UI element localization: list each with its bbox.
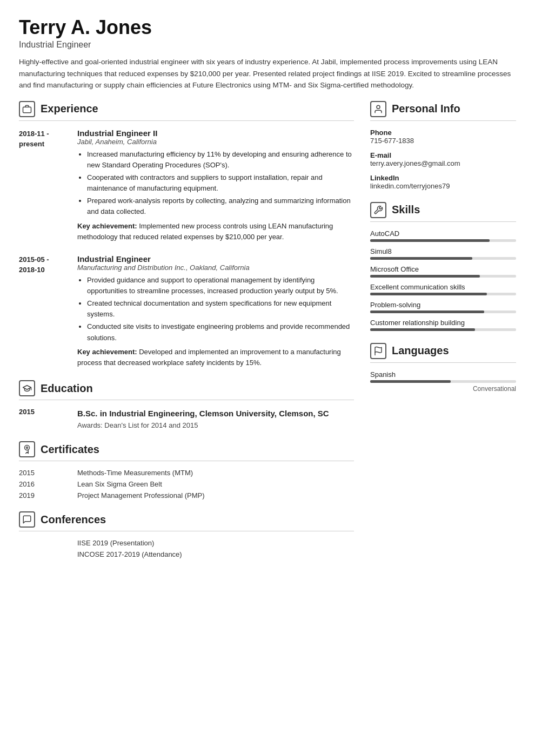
exp-title-1: Industrial Engineer II [77,129,354,138]
skills-title: Skills [392,204,420,216]
conf-row-1: IISE 2019 (Presentation) [19,539,354,547]
svg-rect-0 [23,107,31,113]
skill-name-4: Problem-solving [370,301,516,309]
personal-info-icon [370,101,386,117]
cert-row-2: 2016 Lean Six Sigma Green Belt [19,480,354,488]
conf-row-2: INCOSE 2017-2019 (Attendance) [19,550,354,558]
skill-name-5: Customer relationship building [370,319,516,327]
skills-container: AutoCAD Simul8 Microsoft Office Excellen… [370,230,516,331]
exp-bullets-2: Provided guidance and support to operati… [87,275,354,343]
exp-bullets-1: Increased manufacturing efficiency by 11… [87,149,354,218]
skill-item-2: Microsoft Office [370,265,516,278]
languages-icon [370,343,386,359]
edu-content-1: B.Sc. in Industrial Engineering, Clemson… [77,408,329,429]
skill-bar-fill-1 [370,257,472,260]
resume-header: Terry A. Jones Industrial Engineer Highl… [19,16,516,91]
right-column: Personal Info Phone 715-677-1838 E-mail … [370,101,516,570]
cert-row-1: 2015 Methods-Time Measurements (MTM) [19,469,354,477]
linkedin-label: LinkedIn [370,174,516,182]
conf-indent-2 [19,550,68,558]
experience-icon [19,101,35,117]
phone-value: 715-677-1838 [370,137,516,145]
skill-bar-fill-5 [370,328,475,331]
personal-email: E-mail terry.avery.jones@gmail.com [370,151,516,167]
skill-name-1: Simul8 [370,247,516,255]
exp-bullet-2-1: Provided guidance and support to operati… [87,275,354,296]
exp-company-1: Jabil, Anaheim, California [77,138,354,146]
svg-point-1 [25,446,30,450]
email-label: E-mail [370,151,516,159]
personal-phone: Phone 715-677-1838 [370,129,516,145]
lang-level-0: Conversational [370,385,516,393]
email-value: terry.avery.jones@gmail.com [370,159,516,167]
certificates-section: Certificates 2015 Methods-Time Measureme… [19,441,354,500]
languages-header: Languages [370,343,516,363]
lang-name-0: Spanish [370,370,516,379]
exp-achievement-1: Key achievement: Implemented new process… [77,221,354,242]
experience-section: Experience 2018-11 - present Industrial … [19,101,354,368]
phone-label: Phone [370,129,516,137]
exp-row-2: 2015-05 - 2018-10 Industrial Engineer Ma… [19,254,354,368]
education-icon [19,380,35,396]
edu-awards-1: Awards: Dean's List for 2014 and 2015 [77,421,329,429]
exp-bullet-1-3: Prepared work-analysis reports by collec… [87,195,354,217]
edu-date-1: 2015 [19,408,68,429]
personal-linkedin: LinkedIn linkedin.com/terryjones79 [370,174,516,190]
skill-bar-bg-4 [370,310,516,313]
conferences-header: Conferences [19,511,354,531]
conf-name-2: INCOSE 2017-2019 (Attendance) [77,550,182,558]
skill-item-3: Excellent communication skills [370,283,516,295]
experience-title: Experience [41,103,98,115]
cert-name-2: Lean Six Sigma Green Belt [77,480,162,488]
lang-item-0: Spanish Conversational [370,370,516,393]
skills-header: Skills [370,202,516,222]
candidate-title: Industrial Engineer [19,40,516,50]
skill-item-0: AutoCAD [370,230,516,242]
languages-container: Spanish Conversational [370,370,516,393]
exp-content-1: Industrial Engineer II Jabil, Anaheim, C… [77,129,354,242]
languages-title: Languages [392,345,449,357]
conferences-icon [19,511,35,528]
exp-date-2: 2015-05 - 2018-10 [19,254,68,368]
candidate-name: Terry A. Jones [19,16,516,39]
education-header: Education [19,380,354,400]
exp-date-1: 2018-11 - present [19,129,68,242]
lang-bar-fill-0 [370,380,451,383]
education-section: Education 2015 B.Sc. in Industrial Engin… [19,380,354,429]
cert-name-1: Methods-Time Measurements (MTM) [77,469,193,477]
exp-bullet-2-3: Conducted site visits to investigate eng… [87,321,354,343]
svg-point-3 [377,105,380,109]
exp-bullet-1-1: Increased manufacturing efficiency by 11… [87,149,354,171]
experience-header: Experience [19,101,354,121]
cert-name-3: Project Management Professional (PMP) [77,491,205,500]
exp-content-2: Industrial Engineer Manufacturing and Di… [77,254,354,368]
languages-section: Languages Spanish Conversational [370,343,516,393]
skill-bar-bg-2 [370,275,516,278]
exp-row-1: 2018-11 - present Industrial Engineer II… [19,129,354,242]
personal-info-title: Personal Info [392,103,460,115]
exp-bullet-1-2: Cooperated with contractors and supplier… [87,172,354,194]
left-column: Experience 2018-11 - present Industrial … [19,101,354,570]
conferences-title: Conferences [41,514,106,526]
skill-name-0: AutoCAD [370,230,516,238]
skill-item-4: Problem-solving [370,301,516,313]
cert-year-1: 2015 [19,469,68,477]
cert-row-3: 2019 Project Management Professional (PM… [19,491,354,500]
linkedin-value: linkedin.com/terryjones79 [370,182,516,190]
skill-item-5: Customer relationship building [370,319,516,331]
edu-degree-1: B.Sc. in Industrial Engineering, Clemson… [77,408,329,419]
lang-bar-bg-0 [370,380,516,383]
skill-bar-fill-2 [370,275,480,278]
edu-row-1: 2015 B.Sc. in Industrial Engineering, Cl… [19,408,354,429]
skill-item-1: Simul8 [370,247,516,260]
skill-bar-fill-3 [370,293,487,295]
skills-section: Skills AutoCAD Simul8 Microsoft Office E… [370,202,516,331]
exp-title-2: Industrial Engineer [77,254,354,264]
skill-bar-bg-1 [370,257,516,260]
skills-icon [370,202,386,218]
skill-name-3: Excellent communication skills [370,283,516,291]
certificates-icon [19,441,35,457]
cert-year-3: 2019 [19,491,68,500]
education-title: Education [41,382,93,395]
svg-point-2 [26,447,28,449]
